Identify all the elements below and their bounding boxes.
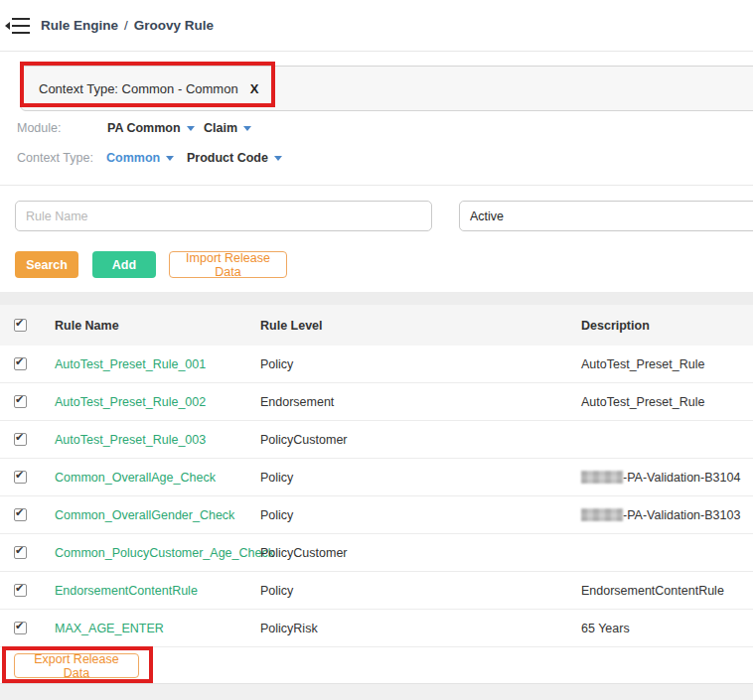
chevron-down-icon <box>274 156 282 161</box>
checkmark-icon: ✔ <box>15 620 24 632</box>
rule-name-link[interactable]: AutoTest_Preset_Rule_003 <box>55 433 260 447</box>
module-label: Module: <box>17 121 61 135</box>
table-body: ✔ AutoTest_Preset_Rule_001 Policy AutoTe… <box>0 346 753 647</box>
row-checkbox[interactable]: ✔ <box>14 584 27 597</box>
rule-level-cell: PolicyCustomer <box>260 433 581 447</box>
rule-level-cell: PolicyRisk <box>260 622 581 635</box>
description-cell: -PA-Validation-B3104 <box>581 471 753 485</box>
table-row: ✔ EndorsementContentRule Policy Endorsem… <box>0 572 753 610</box>
rule-name-link[interactable]: Common_OverallAge_Check <box>55 471 260 485</box>
import-release-data-button[interactable]: Import Release Data <box>169 251 287 278</box>
table-row: ✔ AutoTest_Preset_Rule_001 Policy AutoTe… <box>0 346 753 383</box>
checkmark-icon: ✔ <box>15 431 24 444</box>
context-tag-label: Context Type: Common - Common <box>39 81 238 96</box>
chevron-down-icon <box>166 156 174 161</box>
rule-name-input[interactable] <box>15 201 432 231</box>
table-top-band <box>0 292 753 305</box>
top-header: Rule Engine/Groovy Rule <box>0 0 753 52</box>
table-row: ✔ MAX_AGE_ENTER PolicyRisk 65 Years <box>0 610 753 647</box>
rule-name-link[interactable]: AutoTest_Preset_Rule_001 <box>55 357 260 371</box>
table-row: ✔ AutoTest_Preset_Rule_003 PolicyCustome… <box>0 421 753 459</box>
module-option-claim[interactable]: Claim <box>204 121 251 135</box>
search-button[interactable]: Search <box>15 251 78 278</box>
description-cell: AutoTest_Preset_Rule <box>581 357 753 371</box>
description-cell: -PA-Validation-B3103 <box>581 508 753 522</box>
context-type-label: Context Type: <box>17 151 93 165</box>
table-row: ✔ Common_PolucyCustomer_Age_Check Policy… <box>0 534 753 572</box>
checkmark-icon: ✔ <box>15 506 24 519</box>
rule-level-cell: PolicyCustomer <box>260 546 581 560</box>
table-row: ✔ AutoTest_Preset_Rule_002 Endorsement A… <box>0 383 753 421</box>
rule-level-cell: Endorsement <box>260 395 581 409</box>
rule-level-cell: Policy <box>260 584 581 598</box>
column-header-rule-level: Rule Level <box>260 319 581 333</box>
checkmark-icon: ✔ <box>15 469 24 482</box>
breadcrumb-separator: / <box>124 18 128 33</box>
table-row: ✔ Common_OverallAge_Check Policy -PA-Val… <box>0 459 753 496</box>
select-all-checkbox[interactable]: ✔ <box>14 319 27 332</box>
add-button[interactable]: Add <box>92 251 156 278</box>
description-cell: 65 Years <box>581 622 753 635</box>
footer-band <box>0 683 753 700</box>
status-select[interactable] <box>459 201 753 231</box>
rule-name-link[interactable]: EndorsementContentRule <box>55 584 260 598</box>
redacted-text-block <box>581 508 623 521</box>
breadcrumb-section[interactable]: Rule Engine <box>41 18 118 33</box>
row-checkbox[interactable]: ✔ <box>14 357 27 370</box>
chevron-down-icon <box>243 126 251 131</box>
row-checkbox[interactable]: ✔ <box>14 622 27 634</box>
checkmark-icon: ✔ <box>15 355 24 368</box>
menu-fold-icon[interactable] <box>5 15 31 37</box>
description-cell: AutoTest_Preset_Rule <box>581 395 753 409</box>
checkmark-icon: ✔ <box>15 393 24 406</box>
description-cell: EndorsementContentRule <box>581 584 753 598</box>
context-type-option-product-code[interactable]: Product Code <box>187 151 282 165</box>
context-type-option-common[interactable]: Common <box>106 151 174 165</box>
context-type-filter-row: Context Type: Common Product Code <box>0 148 753 170</box>
remove-tag-button[interactable]: X <box>250 81 259 96</box>
row-checkbox[interactable]: ✔ <box>14 508 27 521</box>
column-header-rule-name: Rule Name <box>55 319 260 333</box>
redacted-text-block <box>581 471 623 484</box>
rule-level-cell: Policy <box>260 471 581 485</box>
rule-name-link[interactable]: Common_PolucyCustomer_Age_Check <box>55 546 260 560</box>
checkmark-icon: ✔ <box>15 582 24 595</box>
module-option-pa-common[interactable]: PA Common <box>107 121 195 135</box>
row-checkbox[interactable]: ✔ <box>14 433 27 446</box>
breadcrumb-page: Groovy Rule <box>134 18 214 33</box>
checkmark-icon: ✔ <box>15 317 24 330</box>
checkmark-icon: ✔ <box>15 544 24 557</box>
rule-name-link[interactable]: AutoTest_Preset_Rule_002 <box>55 395 260 409</box>
export-release-data-button[interactable]: Export Release Data <box>14 653 139 678</box>
section-divider <box>0 185 753 186</box>
rule-level-cell: Policy <box>260 508 581 522</box>
rule-name-link[interactable]: Common_OverallGender_Check <box>55 508 260 522</box>
column-header-description: Description <box>581 319 753 333</box>
breadcrumb: Rule Engine/Groovy Rule <box>41 18 214 33</box>
table-row: ✔ Common_OverallGender_Check Policy -PA-… <box>0 496 753 534</box>
rule-level-cell: Policy <box>260 357 581 371</box>
rule-engine-page: Rule Engine/Groovy Rule Context Type: Co… <box>0 0 753 700</box>
row-checkbox[interactable]: ✔ <box>14 471 27 484</box>
module-filter-row: Module: PA Common Claim <box>0 118 753 140</box>
table-header: ✔ Rule Name Rule Level Description <box>0 305 753 346</box>
row-checkbox[interactable]: ✔ <box>14 546 27 559</box>
row-checkbox[interactable]: ✔ <box>14 395 27 408</box>
context-tag-bar: Context Type: Common - Common X <box>20 66 753 111</box>
chevron-down-icon <box>187 126 195 131</box>
rule-name-link[interactable]: MAX_AGE_ENTER <box>55 622 260 635</box>
